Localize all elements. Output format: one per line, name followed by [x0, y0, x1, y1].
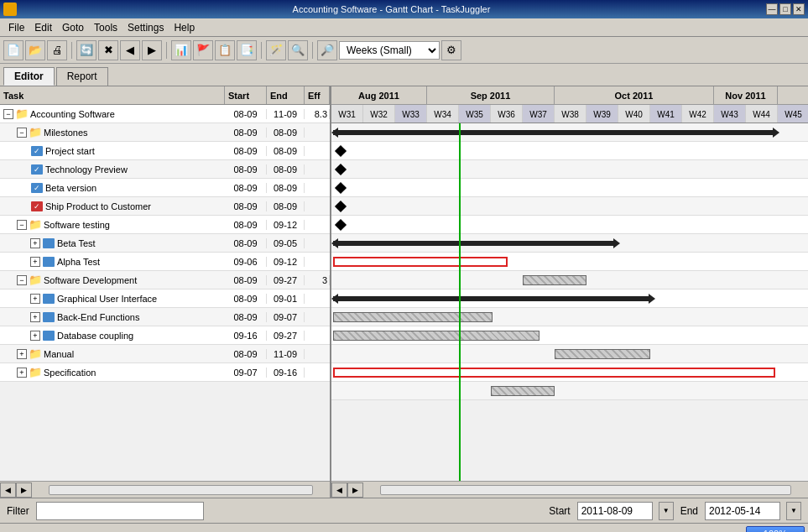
task-start: 09-16 — [225, 331, 267, 341]
toolbar-back[interactable]: ◀ — [120, 40, 140, 60]
toolbar-open[interactable]: 📂 — [25, 40, 45, 60]
toolbar-list[interactable]: 📑 — [237, 40, 257, 60]
end-date-dropdown[interactable]: ▼ — [786, 502, 801, 520]
menu-goto[interactable]: Goto — [57, 20, 89, 35]
status-bar: 100% — [0, 523, 808, 532]
expand-icon[interactable]: + — [30, 331, 40, 341]
task-row[interactable]: ✓ Project start 08-09 08-09 — [0, 142, 330, 160]
task-row[interactable]: + Beta Test 08-09 09-05 — [0, 234, 330, 253]
task-row[interactable]: − 📁 Software Development 08-09 09-27 3 — [0, 271, 330, 289]
toolbar-config[interactable]: ⚙ — [441, 40, 461, 60]
task-effort: 3 — [305, 275, 330, 285]
view-dropdown[interactable]: Weeks (Small) — [339, 41, 440, 60]
minimize-button[interactable]: — — [766, 3, 778, 15]
scroll-left[interactable]: ◀ ▶ — [0, 482, 32, 498]
expand-icon[interactable]: + — [17, 349, 27, 359]
menu-edit[interactable]: Edit — [29, 20, 57, 35]
expand-icon[interactable]: + — [30, 238, 40, 248]
window-controls[interactable]: — □ ✕ — [766, 3, 805, 15]
expand-icon[interactable]: + — [30, 257, 40, 267]
scroll-left-arrow[interactable]: ◀ — [0, 482, 16, 498]
tab-report[interactable]: Report — [56, 67, 108, 86]
task-name-cell: − 📁 Software testing — [0, 219, 225, 231]
task-name-cell: + Alpha Test — [0, 256, 225, 268]
toolbar-print[interactable]: 🖨 — [47, 40, 67, 60]
task-name-cell: + Beta Test — [0, 237, 225, 249]
bottom-bar: Filter Start ▼ End ▼ — [0, 498, 808, 523]
toolbar-new[interactable]: 📄 — [3, 40, 23, 60]
menu-tools[interactable]: Tools — [89, 20, 123, 35]
task-row[interactable]: + Back-End Functions 08-09 09-07 — [0, 308, 330, 326]
menu-help[interactable]: Help — [169, 20, 200, 35]
task-label: Graphical User Interface — [57, 294, 157, 304]
expand-icon[interactable]: − — [17, 220, 27, 230]
task-row[interactable]: + 📁 Specification 09-07 09-16 — [0, 363, 330, 382]
gantt-scrollbar[interactable]: ◀ ▶ — [331, 481, 808, 498]
month-sep: Sep 2011 — [427, 86, 555, 104]
start-date-input[interactable] — [577, 502, 653, 520]
task-rows: − 📁 Accounting Software 08-09 11-09 8.3 … — [0, 105, 330, 481]
filter-input[interactable] — [36, 502, 204, 520]
gantt-scroll-right-arrow[interactable]: ▶ — [347, 482, 363, 498]
toolbar-search[interactable]: 🔎 — [317, 40, 337, 60]
toolbar-table[interactable]: 📋 — [215, 40, 235, 60]
start-date-dropdown[interactable]: ▼ — [659, 502, 674, 520]
task-row[interactable]: ✓ Ship Product to Customer 08-09 08-09 — [0, 197, 330, 216]
task-row[interactable]: + 📁 Manual 08-09 11-09 — [0, 345, 330, 363]
toolbar-flag[interactable]: 🚩 — [193, 40, 213, 60]
menu-settings[interactable]: Settings — [123, 20, 169, 35]
task-label: Alpha Test — [57, 257, 100, 267]
gantt-scroll-left[interactable]: ◀ ▶ — [331, 482, 363, 498]
gantt-scroll-left-arrow[interactable]: ◀ — [331, 482, 347, 498]
toolbar-reload[interactable]: 🔄 — [76, 40, 96, 60]
task-row[interactable]: + Alpha Test 09-06 09-12 — [0, 253, 330, 271]
gantt-panel: Aug 2011 Sep 2011 Oct 2011 Nov 2011 W31 … — [331, 86, 808, 498]
start-label: Start — [549, 505, 570, 517]
expand-icon[interactable]: + — [30, 312, 40, 322]
task-end: 09-16 — [267, 368, 305, 378]
task-name-cell: + Graphical User Interface — [0, 293, 225, 305]
expand-icon[interactable]: − — [17, 275, 27, 285]
gantt-row — [331, 308, 808, 326]
gantt-row — [331, 142, 808, 160]
close-button[interactable]: ✕ — [793, 3, 805, 15]
maximize-button[interactable]: □ — [779, 3, 791, 15]
gantt-rows — [331, 123, 808, 481]
task-row[interactable]: − 📁 Software testing 08-09 09-12 — [0, 216, 330, 234]
task-row[interactable]: + Database coupling 09-16 09-27 — [0, 326, 330, 345]
toolbar-forward[interactable]: ▶ — [142, 40, 162, 60]
gantt-row — [331, 234, 808, 253]
gantt-row — [331, 382, 808, 400]
task-name-cell: + 📁 Manual — [0, 348, 225, 360]
toolbar-report[interactable]: 📊 — [171, 40, 191, 60]
summary-bar — [333, 241, 617, 246]
expand-icon[interactable]: + — [30, 294, 40, 304]
week-w35: W35 — [459, 105, 491, 123]
menu-file[interactable]: File — [3, 20, 29, 35]
gantt-body — [331, 123, 808, 481]
expand-icon[interactable]: − — [17, 128, 27, 138]
task-row[interactable]: + Graphical User Interface 08-09 09-01 — [0, 289, 330, 308]
scroll-track[interactable] — [49, 485, 313, 495]
task-label: Database coupling — [57, 331, 133, 341]
toolbar-wand[interactable]: 🪄 — [266, 40, 286, 60]
toolbar-zoom[interactable]: 🔍 — [288, 40, 308, 60]
expand-icon[interactable]: − — [3, 109, 13, 119]
task-scrollbar[interactable]: ◀ ▶ — [0, 481, 330, 498]
task-row[interactable]: − 📁 Milestones 08-09 08-09 — [0, 123, 330, 142]
today-line — [459, 123, 461, 481]
expand-icon[interactable]: + — [17, 368, 27, 378]
gantt-row — [331, 326, 808, 345]
toolbar-stop[interactable]: ✖ — [98, 40, 118, 60]
task-bar-hatched — [333, 312, 493, 322]
task-row[interactable]: − 📁 Accounting Software 08-09 11-09 8.3 — [0, 105, 330, 123]
scroll-right-arrow[interactable]: ▶ — [16, 482, 32, 498]
task-row[interactable]: ✓ Beta version 08-09 08-09 — [0, 179, 330, 197]
tab-editor[interactable]: Editor — [3, 67, 55, 86]
col-header-end: End — [267, 86, 305, 104]
task-row[interactable]: ✓ Technology Preview 08-09 08-09 — [0, 160, 330, 179]
gantt-scroll-track[interactable] — [380, 485, 791, 495]
end-date-input[interactable] — [705, 502, 780, 520]
task-name-cell: − 📁 Milestones — [0, 127, 225, 138]
task-end: 09-27 — [267, 275, 305, 285]
